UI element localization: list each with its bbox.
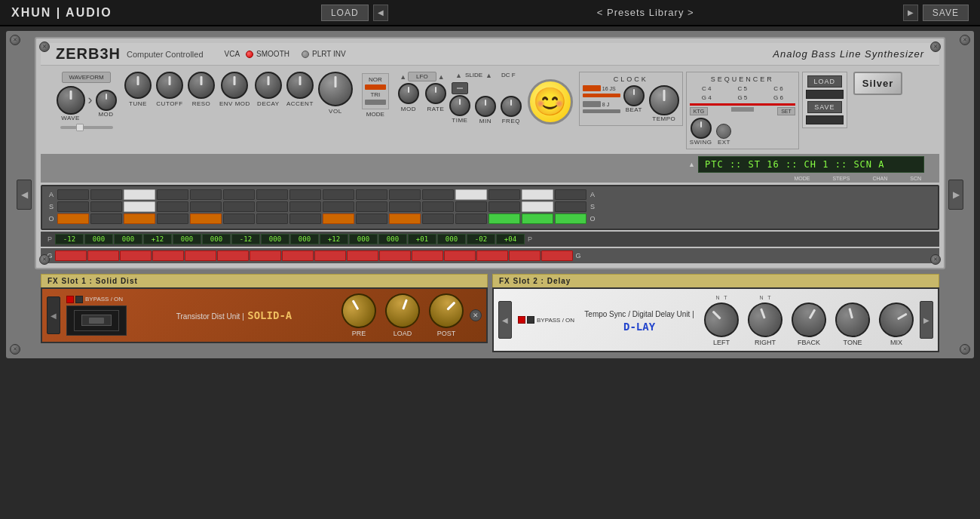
- step-o-13[interactable]: [455, 213, 487, 224]
- step-a-9[interactable]: [323, 189, 354, 200]
- step-o-2[interactable]: [90, 213, 122, 224]
- step-a-7[interactable]: [256, 189, 288, 200]
- swing-knob[interactable]: [691, 118, 712, 139]
- set-button[interactable]: SET: [777, 107, 795, 115]
- wave-slider[interactable]: [60, 126, 113, 129]
- clock-nor-btn[interactable]: [583, 85, 601, 91]
- step-g-4[interactable]: [152, 250, 184, 261]
- step-a-12[interactable]: [422, 189, 454, 200]
- pitch-9[interactable]: 000: [290, 234, 319, 244]
- panel-load-button[interactable]: LOAD: [807, 75, 843, 88]
- step-s-16[interactable]: [555, 201, 586, 212]
- cutoff-knob[interactable]: [156, 72, 183, 99]
- step-a-15[interactable]: [522, 189, 553, 200]
- fx2-right-knob[interactable]: [743, 298, 788, 342]
- panel-save-button[interactable]: SAVE: [807, 101, 841, 113]
- step-o-1[interactable]: [57, 213, 89, 224]
- step-a-10[interactable]: [356, 189, 387, 200]
- step-g-14[interactable]: [476, 250, 508, 261]
- step-s-7[interactable]: [256, 201, 288, 212]
- fx2-tone-knob[interactable]: [831, 299, 874, 341]
- fx1-load-knob[interactable]: [381, 289, 425, 333]
- mod-knob-wave[interactable]: [96, 90, 117, 111]
- step-g-13[interactable]: [444, 250, 476, 261]
- step-g-6[interactable]: [217, 250, 249, 261]
- step-g-2[interactable]: [87, 250, 119, 261]
- step-a-3[interactable]: [124, 189, 155, 200]
- step-s-10[interactable]: [356, 201, 387, 212]
- step-a-8[interactable]: [289, 189, 321, 200]
- step-s-15[interactable]: [522, 201, 553, 212]
- pitch-10[interactable]: +12: [320, 234, 348, 244]
- pitch-6[interactable]: 000: [202, 234, 231, 244]
- presets-label[interactable]: < Presets Library >: [597, 7, 694, 18]
- pitch-13[interactable]: +01: [408, 234, 436, 244]
- fx2-left-arrow[interactable]: ◀: [498, 301, 512, 339]
- step-o-7[interactable]: [256, 213, 288, 224]
- step-a-1[interactable]: [57, 189, 89, 200]
- step-g-1[interactable]: [55, 250, 87, 261]
- tune-knob[interactable]: [124, 72, 152, 99]
- envmod-knob[interactable]: [221, 72, 248, 99]
- prev-button[interactable]: ◀: [373, 5, 388, 21]
- ext-button[interactable]: [716, 124, 731, 139]
- step-g-3[interactable]: [120, 250, 152, 261]
- step-g-10[interactable]: [347, 250, 378, 261]
- step-g-11[interactable]: [379, 250, 411, 261]
- accent-knob[interactable]: [286, 72, 314, 99]
- step-s-11[interactable]: [389, 201, 421, 212]
- step-g-8[interactable]: [282, 250, 314, 261]
- ktg-button[interactable]: KTG: [690, 107, 708, 115]
- slide-up-control[interactable]: [452, 82, 468, 94]
- step-o-14[interactable]: [488, 213, 520, 224]
- pitch-2[interactable]: 000: [84, 234, 113, 244]
- pitch-3[interactable]: 000: [114, 234, 142, 244]
- tempo-knob[interactable]: [649, 85, 679, 115]
- pitch-11[interactable]: 000: [349, 234, 378, 244]
- step-a-5[interactable]: [190, 189, 222, 200]
- slide-freq-knob[interactable]: [501, 96, 522, 117]
- step-s-1[interactable]: [57, 201, 89, 212]
- step-s-12[interactable]: [422, 201, 454, 212]
- step-o-12[interactable]: [422, 213, 454, 224]
- silver-button[interactable]: Silver: [853, 72, 902, 95]
- pitch-16[interactable]: +04: [496, 234, 525, 244]
- save-input[interactable]: [806, 115, 844, 124]
- fx1-close-button[interactable]: ✕: [470, 309, 482, 321]
- lfo-mod-knob[interactable]: [398, 83, 419, 104]
- fx2-right-arrow[interactable]: ▶: [920, 301, 933, 339]
- decay-knob[interactable]: [255, 72, 282, 99]
- pitch-8[interactable]: 000: [261, 234, 289, 244]
- load-input[interactable]: [806, 90, 844, 99]
- slide-min-knob[interactable]: [475, 96, 496, 117]
- step-a-4[interactable]: [157, 189, 188, 200]
- fx2-left-knob[interactable]: [697, 295, 746, 344]
- right-nav[interactable]: ▶: [948, 180, 963, 210]
- step-s-5[interactable]: [190, 201, 222, 212]
- step-s-13[interactable]: [455, 201, 487, 212]
- fx2-mix-knob[interactable]: [873, 296, 920, 344]
- wave-knob[interactable]: [57, 86, 85, 115]
- fx1-post-knob[interactable]: [421, 286, 470, 335]
- waveform-button[interactable]: WAVEFORM: [62, 72, 110, 83]
- step-a-16[interactable]: [555, 189, 586, 200]
- pitch-15[interactable]: -02: [467, 234, 495, 244]
- step-s-6[interactable]: [223, 201, 255, 212]
- load-button[interactable]: LOAD: [321, 5, 369, 21]
- pitch-12[interactable]: 000: [378, 234, 407, 244]
- step-g-5[interactable]: [185, 250, 216, 261]
- step-g-15[interactable]: [509, 250, 541, 261]
- step-o-10[interactable]: [356, 213, 387, 224]
- step-g-12[interactable]: [412, 250, 443, 261]
- step-g-16[interactable]: [541, 250, 573, 261]
- step-a-11[interactable]: [389, 189, 421, 200]
- fx2-fback-knob[interactable]: [786, 296, 833, 344]
- pitch-14[interactable]: 000: [437, 234, 466, 244]
- step-s-3[interactable]: [124, 201, 155, 212]
- step-o-11[interactable]: [389, 213, 421, 224]
- step-s-9[interactable]: [323, 201, 354, 212]
- reso-knob[interactable]: [188, 72, 215, 99]
- step-s-2[interactable]: [90, 201, 122, 212]
- lfo-button[interactable]: LFO: [408, 72, 436, 81]
- pitch-1[interactable]: -12: [55, 234, 84, 244]
